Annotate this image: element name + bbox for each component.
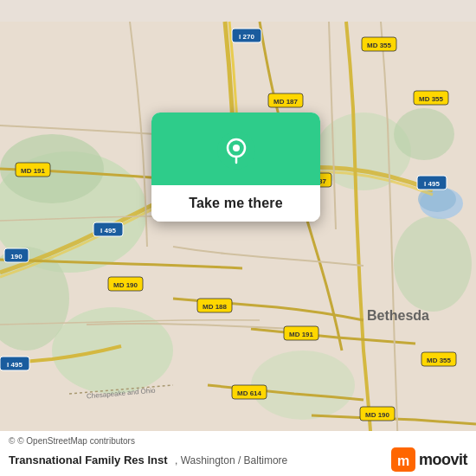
bottom-row: Transnational Family Res Inst , Washingt… <box>9 447 467 472</box>
svg-point-7 <box>394 108 454 160</box>
place-name: Transnational Family Res Inst <box>9 453 168 466</box>
take-me-there-button[interactable]: Take me there <box>151 185 320 222</box>
svg-point-6 <box>394 216 472 312</box>
moovit-icon: m <box>391 447 415 472</box>
copyright-symbol: © <box>9 436 15 446</box>
svg-text:MD 191: MD 191 <box>289 331 314 338</box>
svg-point-8 <box>251 351 355 420</box>
svg-text:I 495: I 495 <box>7 361 23 369</box>
svg-text:MD 190: MD 190 <box>113 281 138 289</box>
svg-text:190: 190 <box>10 253 23 261</box>
svg-point-47 <box>233 145 240 151</box>
bottom-bar: © © OpenStreetMap contributors Transnati… <box>0 431 476 476</box>
svg-text:MD 355: MD 355 <box>367 42 392 49</box>
svg-text:I 495: I 495 <box>100 227 116 235</box>
svg-text:MD 187: MD 187 <box>273 98 299 106</box>
svg-text:MD 190: MD 190 <box>365 411 390 419</box>
moovit-text: moovit <box>419 451 467 469</box>
map-background: I 270 MD 355 MD 355 MD 187 MD 187 MD 191… <box>0 0 476 476</box>
svg-text:MD 188: MD 188 <box>203 303 228 311</box>
svg-text:MD 355: MD 355 <box>427 357 452 364</box>
popup-card: Take me there <box>151 113 320 222</box>
place-location: , Washington / Baltimore <box>175 454 287 466</box>
svg-text:MD 355: MD 355 <box>419 95 444 103</box>
svg-text:Bethesda: Bethesda <box>367 308 429 323</box>
moovit-logo[interactable]: m moovit <box>391 447 467 472</box>
svg-text:I 495: I 495 <box>424 180 440 188</box>
location-pin-icon <box>217 132 255 170</box>
attribution: © © OpenStreetMap contributors <box>9 436 467 446</box>
svg-text:I 270: I 270 <box>239 33 254 41</box>
svg-text:m: m <box>397 453 409 468</box>
map-container: I 270 MD 355 MD 355 MD 187 MD 187 MD 191… <box>0 0 476 476</box>
svg-text:MD 614: MD 614 <box>237 389 262 397</box>
svg-text:MD 191: MD 191 <box>21 167 46 175</box>
place-info: Transnational Family Res Inst , Washingt… <box>9 452 287 467</box>
attribution-text: © OpenStreetMap contributors <box>17 436 135 446</box>
popup-green-area <box>151 113 320 185</box>
